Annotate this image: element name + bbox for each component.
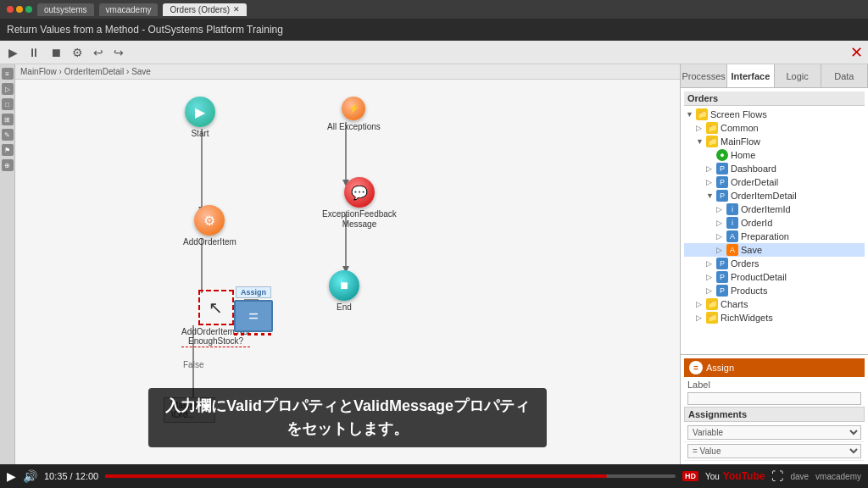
youtube-logo: YouTube	[723, 470, 765, 482]
start-circle: ▶	[185, 97, 215, 127]
tree-item-dashboard[interactable]: ▷ P Dashboard	[684, 162, 865, 175]
all-exceptions-circle: ⚡	[342, 97, 365, 120]
tree-item-orderitemdetail[interactable]: ▼ P OrderItemDetail	[684, 189, 865, 202]
value-select[interactable]: = Value	[687, 444, 861, 458]
sidebar-icon-3[interactable]: □	[2, 98, 14, 110]
exception-feedback-node[interactable]: 💬 ExceptionFeedbackMessage	[322, 177, 397, 230]
folder-icon: 📁	[706, 312, 718, 324]
undo-button[interactable]: ↩	[90, 44, 107, 61]
user-label: dave	[790, 472, 809, 481]
variable-row[interactable]: Variable	[684, 424, 865, 442]
tab-interface[interactable]: Interface	[727, 64, 774, 87]
subtitle-line2: をセットします。	[165, 418, 530, 441]
assign-block-icon: =	[234, 300, 273, 332]
end-label: End	[337, 302, 352, 313]
tab-vmacademy[interactable]: vmacademy	[99, 3, 159, 16]
start-label: Start	[191, 129, 209, 139]
folder-icon: 📁	[696, 108, 708, 120]
sidebar-icon-1[interactable]: ≡	[2, 68, 14, 80]
action-icon: A	[726, 230, 738, 242]
tab-outsystems[interactable]: outsystems	[37, 3, 94, 16]
video-progress[interactable]	[105, 474, 676, 478]
sidebar-icon-2[interactable]: ▷	[2, 83, 14, 95]
left-sidebar: ≡ ▷ □ ⊞ ✎ ⚑ ⊕	[0, 64, 15, 464]
fullscreen-button[interactable]: ⛶	[771, 469, 783, 483]
label-input[interactable]	[687, 392, 861, 405]
sidebar-icon-4[interactable]: ⊞	[2, 114, 14, 125]
assign-node[interactable]: Assign =	[234, 286, 273, 336]
tab-data[interactable]: Data	[821, 64, 868, 87]
stop-button[interactable]: ⏹	[47, 44, 65, 61]
window-minimize-btn[interactable]	[16, 6, 23, 13]
page-icon: P	[716, 190, 728, 202]
close-icon[interactable]: ✕	[850, 43, 863, 62]
properties-section: = Assign Label Assignments Variable = Va…	[681, 354, 868, 464]
all-exceptions-node[interactable]: ⚡ All Exceptions	[327, 97, 381, 132]
hd-badge: HD	[682, 471, 698, 481]
page-icon: P	[716, 176, 728, 188]
right-panel: Processes Interface Logic Data Orders ▼ …	[680, 64, 868, 464]
tree-item-common[interactable]: ▷ 📁 Common	[684, 121, 865, 135]
subtitle-overlay: 入力欄にValidプロパティとValidMessageプロパティ をセットします…	[148, 388, 547, 447]
folder-icon: 📁	[706, 136, 718, 147]
tree-item-home[interactable]: ● Home	[684, 148, 865, 162]
assignments-title: Assignments	[684, 407, 865, 422]
action-icon: A	[726, 244, 738, 256]
tree-item-mainflow[interactable]: ▼ 📁 MainFlow	[684, 135, 865, 148]
ide-toolbar: ▶ ⏸ ⏹ ⚙ ↩ ↪ ✕	[0, 41, 868, 64]
progress-background	[105, 474, 676, 478]
window-close-btn[interactable]	[7, 6, 14, 13]
flow-canvas[interactable]: False ▶ Start ⚙ AddOrderItem	[15, 80, 680, 464]
tree-item-charts[interactable]: ▷ 📁 Charts	[684, 297, 865, 311]
svg-text:False: False	[183, 360, 204, 369]
page-icon: P	[716, 285, 728, 297]
variable-select[interactable]: Variable	[687, 425, 861, 440]
add-order-item-circle: ⚙	[194, 205, 225, 236]
tree-item-richwidgets[interactable]: ▷ 📁 RichWidgets	[684, 311, 865, 324]
tree-item-products[interactable]: ▷ P Products	[684, 284, 865, 297]
add-order-item-node[interactable]: ⚙ AddOrderItem	[183, 205, 236, 247]
tree-item-orderid[interactable]: ▷ i OrderId	[684, 216, 865, 230]
folder-icon: 📁	[706, 122, 718, 134]
value-row[interactable]: = Value	[684, 442, 865, 461]
pause-button[interactable]: ⏸	[25, 44, 43, 61]
tree-item-orderitemid[interactable]: ▷ i OrderItemId	[684, 202, 865, 216]
tree-title: Orders	[684, 92, 865, 106]
main-container: ≡ ▷ □ ⊞ ✎ ⚑ ⊕ MainFlow › OrderItemDetail…	[0, 64, 868, 464]
end-node[interactable]: ■ End	[329, 270, 359, 313]
canvas-area: MainFlow › OrderItemDetail › Save False	[15, 64, 680, 464]
exception-feedback-label: ExceptionFeedbackMessage	[322, 209, 397, 230]
tree-item-save[interactable]: ▷ A Save	[684, 243, 865, 257]
param-icon: i	[726, 217, 738, 229]
tab-close-icon[interactable]: ✕	[233, 5, 240, 14]
tab-orders[interactable]: Orders (Orders) ✕	[163, 3, 247, 16]
label-field-label: Label	[684, 377, 865, 391]
sidebar-icon-7[interactable]: ⊕	[2, 159, 14, 171]
properties-tabs: Processes Interface Logic Data	[681, 64, 868, 88]
tree-item-orderdetail[interactable]: ▷ P OrderDetail	[684, 175, 865, 189]
tree-panel[interactable]: Orders ▼ 📁 Screen Flows ▷ 📁 Common ▼ 📁 M…	[681, 88, 868, 354]
all-exceptions-label: All Exceptions	[327, 122, 381, 132]
tree-item-preparation[interactable]: ▷ A Preparation	[684, 230, 865, 243]
tab-logic[interactable]: Logic	[775, 64, 821, 87]
sidebar-icon-6[interactable]: ⚑	[2, 144, 14, 156]
settings-button[interactable]: ⚙	[69, 44, 86, 61]
param-icon: i	[726, 203, 738, 215]
account-label: vmacademy	[815, 472, 861, 481]
home-icon: ●	[716, 149, 728, 161]
play-button[interactable]: ▶	[7, 469, 16, 483]
sidebar-icon-5[interactable]: ✎	[2, 129, 14, 141]
tab-processes[interactable]: Processes	[681, 64, 727, 87]
video-time: 10:35 / 12:00	[44, 471, 98, 481]
page-title: Return Values from a Method - OutSystems…	[7, 24, 283, 36]
tree-item-productdetail[interactable]: ▷ P ProductDetail	[684, 270, 865, 284]
window-maximize-btn[interactable]	[25, 6, 32, 13]
start-node[interactable]: ▶ Start	[185, 97, 215, 139]
tree-item-screen-flows[interactable]: ▼ 📁 Screen Flows	[684, 108, 865, 121]
redo-button[interactable]: ↪	[110, 44, 127, 61]
volume-button[interactable]: 🔊	[23, 469, 37, 483]
video-bar: ▶ 🔊 10:35 / 12:00 HD You YouTube ⛶ dave …	[0, 464, 868, 488]
title-bar: Return Values from a Method - OutSystems…	[0, 19, 868, 41]
run-button[interactable]: ▶	[5, 44, 21, 61]
tree-item-orders[interactable]: ▷ P Orders	[684, 257, 865, 270]
